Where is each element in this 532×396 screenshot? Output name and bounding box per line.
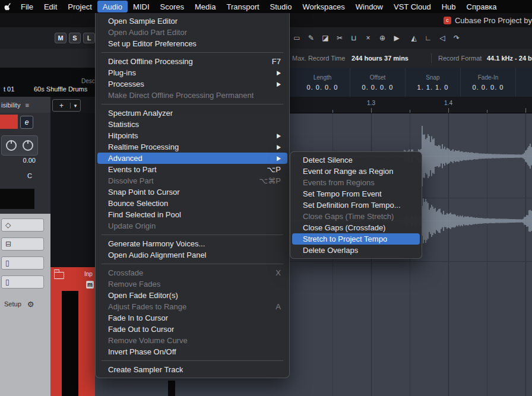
menu-item[interactable]: Open Audio Part Editor ▶ (97, 27, 287, 38)
menu-item[interactable]: Plug-ins ▶ (97, 67, 287, 78)
info-field[interactable]: Offset 0. 0. 0. 0 (350, 68, 406, 97)
menu-item[interactable]: Invert Phase On/Off ▶ (97, 346, 287, 357)
menu-item[interactable]: Statistics ▶ (97, 119, 287, 130)
menu-item[interactable]: Create Sampler Track ▶ (97, 364, 287, 375)
add-track-button[interactable]: + ▾ (52, 99, 81, 112)
menubar-item[interactable]: Scores (155, 1, 189, 12)
metronome-icon[interactable]: ◭ (407, 32, 420, 44)
menubar-item[interactable]: Studio (265, 1, 297, 12)
mute-button[interactable]: M (55, 33, 66, 43)
listen-button[interactable]: L (83, 33, 95, 43)
menu-item[interactable]: Delete Overlaps ▶ (292, 245, 420, 256)
menu-item[interactable]: Spectrum Analyzer ▶ (97, 107, 287, 119)
info-field-value[interactable]: 0. 0. 0. 0 (307, 84, 338, 91)
glue-tool[interactable]: ⊔ (347, 32, 360, 44)
info-field-value[interactable]: 0. 0. 0. 0 (362, 84, 394, 91)
menu-item[interactable]: Crossfade X ▶ (97, 267, 287, 278)
menu-item[interactable]: Processes ▶ (97, 78, 287, 90)
inspector-control-1[interactable]: ◇ (1, 218, 44, 232)
split-tool[interactable]: ✂ (333, 32, 346, 44)
menubar-item[interactable]: Audio (97, 1, 128, 12)
edit-channel-button[interactable]: e (20, 116, 33, 129)
info-field[interactable]: Fade-In 0. 0. 0. 0 (461, 68, 516, 97)
menu-item[interactable]: Advanced ▶ (97, 153, 287, 164)
menu-item[interactable]: Direct Offline Processing F7 ▶ (97, 56, 287, 67)
gain-value[interactable]: 0.00 (8, 157, 36, 164)
menu-item[interactable]: Snap Point to Cursor ▶ (97, 186, 287, 198)
info-field-value[interactable]: 1. 1. 1. 0 (417, 84, 449, 91)
menubar-item[interactable]: Project (62, 1, 97, 12)
inspector-control-2[interactable]: ⊟ (1, 237, 44, 251)
menubar-item[interactable]: MIDI (128, 1, 154, 12)
autoscroll-icon[interactable]: ↷ (450, 32, 463, 44)
info-field[interactable]: Snap 1. 1. 1. 0 (406, 68, 461, 97)
event-info-left: t 01 60s Shuffle Drums Desc (0, 68, 95, 97)
play-tool[interactable]: ▶ (390, 32, 403, 44)
monitor-button[interactable]: m (86, 281, 94, 289)
menu-item[interactable]: Events to Part ⌥P ▶ (97, 164, 287, 175)
menu-item[interactable]: Generate Harmony Voices... ▶ (97, 238, 287, 249)
chevron-down-icon[interactable]: ▾ (70, 103, 80, 109)
apple-logo-icon[interactable] (0, 2, 15, 11)
menu-item[interactable]: Event or Range as Region ▶ (292, 166, 420, 177)
menu-item[interactable]: Adjust Fades to Range A ▶ (97, 301, 287, 312)
menu-item[interactable]: Remove Fades ▶ (97, 278, 287, 290)
menu-item[interactable]: Realtime Processing ▶ (97, 141, 287, 153)
menubar-item[interactable]: File (15, 1, 39, 12)
menu-item[interactable]: Close Gaps (Crossfade) ▶ (292, 222, 420, 233)
menu-item[interactable]: Open Fade Editor(s) ▶ (97, 290, 287, 301)
menubar-item[interactable]: VST Cloud (388, 1, 436, 12)
hamburger-menu-icon[interactable]: ≡ (25, 102, 28, 109)
info-field-value[interactable]: 0. 0. 0. 0 (473, 84, 504, 91)
event-description-value[interactable]: 60s Shuffle Drums (34, 85, 87, 93)
snap-icon[interactable]: ∟ (422, 32, 435, 44)
menu-item-label: Remove Volume Curve (108, 336, 188, 345)
info-field-label: Fade-In (478, 74, 498, 81)
menu-item[interactable]: Hitpoints ▶ (97, 130, 287, 141)
menu-item[interactable]: Set Definition From Tempo... ▶ (292, 199, 420, 211)
track-name-value[interactable]: t 01 (4, 85, 14, 93)
menu-item[interactable]: Open Audio Alignment Panel ▶ (97, 249, 287, 261)
menubar-item[interactable]: Справка (461, 1, 502, 12)
gear-icon[interactable]: ⚙ (27, 300, 34, 309)
mute-tool[interactable]: × (362, 32, 375, 44)
info-field[interactable]: Fade 0. (516, 68, 532, 97)
menu-item[interactable]: Fade Out to Cursor ▶ (97, 324, 287, 335)
menu-item[interactable]: Close Gaps (Time Stretch) ▶ (292, 211, 420, 222)
pan-knob[interactable] (23, 140, 33, 151)
erase-tool[interactable]: ◪ (319, 32, 332, 44)
range-selection-tool[interactable]: ▭ (290, 32, 303, 44)
draw-tool[interactable]: ✎ (305, 32, 318, 44)
menubar-item[interactable]: Hub (436, 1, 461, 12)
menubar-item[interactable]: Transport (221, 1, 264, 12)
track-color-swatch[interactable] (0, 115, 18, 129)
menu-item[interactable]: Detect Silence ▶ (292, 154, 420, 166)
menu-item[interactable]: Open Sample Editor ▶ (97, 15, 287, 27)
menu-item[interactable]: Update Origin ▶ (97, 220, 287, 232)
info-field[interactable]: Length 0. 0. 0. 0 (295, 68, 350, 97)
menu-item[interactable]: Set up Editor Preferences ▶ (97, 38, 287, 49)
menu-item[interactable]: Find Selected in Pool ▶ (97, 209, 287, 220)
menubar-item[interactable]: Edit (39, 1, 62, 12)
menu-item[interactable]: Events from Regions ▶ (292, 177, 420, 188)
zoom-tool[interactable]: ⊕ (376, 32, 389, 44)
menu-item[interactable]: Fade In to Cursor ▶ (97, 312, 287, 324)
menu-item[interactable]: Remove Volume Curve ▶ (97, 335, 287, 346)
menu-item[interactable]: Make Direct Offline Processing Permanent… (97, 90, 287, 101)
visibility-header[interactable]: isibility ≡ (0, 97, 50, 113)
menubar-item[interactable]: Window (350, 1, 388, 12)
pan-value[interactable]: C (24, 172, 36, 179)
menu-item[interactable]: Set Tempo From Event ▶ (292, 188, 420, 199)
inspector-control-4[interactable]: ▯ (1, 275, 44, 289)
speaker-icon[interactable]: ◁ (436, 32, 449, 44)
solo-button[interactable]: S (69, 33, 81, 43)
menu-item[interactable]: Dissolve Part ⌥⌘P ▶ (97, 175, 287, 186)
gain-knob[interactable] (6, 140, 17, 151)
inspector-control-3[interactable]: ▯ (1, 256, 44, 270)
menubar-item[interactable]: Workspaces (297, 1, 350, 12)
setup-row[interactable]: Setup ⚙ (0, 298, 50, 310)
menu-item[interactable]: Stretch to Project Tempo ▶ (292, 233, 420, 245)
menubar-item[interactable]: Media (189, 1, 221, 12)
menu-item[interactable]: Bounce Selection ▶ (97, 198, 287, 209)
selected-audio-track[interactable]: Inp m (50, 267, 95, 396)
